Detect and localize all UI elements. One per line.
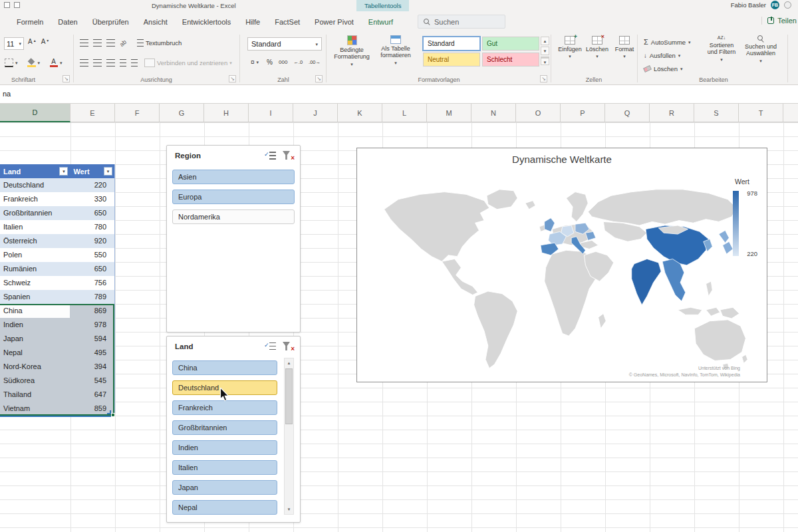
wrap-text-button[interactable]: Textumbruch	[135, 38, 184, 48]
decrease-decimal-button[interactable]: .00→	[309, 59, 321, 65]
ribbon-tab[interactable]: Hilfe	[238, 13, 267, 32]
font-dialog-launcher[interactable]: ↘	[63, 75, 70, 82]
cell-wert[interactable]: 650	[70, 262, 114, 276]
fill-color-button[interactable]: ▾	[25, 58, 43, 68]
slicer-item[interactable]: China	[172, 360, 277, 375]
cell-wert[interactable]: 550	[70, 248, 114, 262]
cell-style[interactable]: Neutral	[423, 53, 480, 66]
ribbon-tab[interactable]: Daten	[51, 13, 84, 32]
column-header[interactable]: M	[427, 104, 471, 122]
increase-indent-icon[interactable]	[131, 59, 138, 66]
cell-style[interactable]: Gut	[482, 37, 539, 51]
ribbon-tab[interactable]: FactSet	[267, 13, 307, 32]
search-box[interactable]: Suchen	[418, 15, 505, 29]
cell-land[interactable]: Rumänien	[0, 262, 70, 276]
delete-cells-button[interactable]: × Löschen ▾	[585, 36, 610, 59]
format-cells-button[interactable]: Format ▾	[612, 36, 637, 59]
cell-wert[interactable]: 978	[70, 318, 114, 332]
align-left-icon[interactable]	[80, 59, 88, 66]
column-header[interactable]: O	[516, 104, 561, 122]
gallery-more-icon[interactable]: ▼	[541, 57, 549, 65]
ribbon-tab[interactable]: Formeln	[9, 13, 51, 32]
cell-wert[interactable]: 545	[70, 374, 114, 388]
slicer-scrollbar[interactable]: ▲ ▼	[284, 358, 294, 515]
cell-wert[interactable]: 789	[70, 290, 114, 304]
align-middle-icon[interactable]	[93, 39, 102, 47]
quick-access-icon-1[interactable]	[4, 2, 10, 8]
gallery-scroll-down-icon[interactable]: ▼	[541, 47, 549, 55]
filter-dropdown-land[interactable]: ▼	[59, 167, 68, 176]
merge-center-button[interactable]: Verbinden und zentrieren ▾	[142, 57, 234, 68]
cell-land[interactable]: Großbritannien	[0, 206, 70, 220]
formula-bar[interactable]: na	[0, 85, 798, 104]
quick-access-icon-2[interactable]	[14, 2, 20, 8]
cell-land[interactable]: Japan	[0, 332, 70, 346]
cell-wert[interactable]: 647	[70, 388, 114, 402]
number-format-select[interactable]: Standard ▾	[247, 37, 322, 51]
column-header[interactable]: F	[115, 104, 160, 122]
multi-select-icon[interactable]: ✓	[264, 341, 277, 352]
alignment-dialog-launcher[interactable]: ↘	[229, 75, 236, 82]
decrease-font-button[interactable]: A ▼	[41, 38, 50, 45]
column-header[interactable]: T	[739, 104, 783, 122]
align-center-icon[interactable]	[93, 59, 102, 66]
ribbon-tab[interactable]: Entwurf	[361, 13, 400, 32]
increase-decimal-button[interactable]: ←.0	[293, 59, 303, 65]
ribbon-tab[interactable]: Entwicklertools	[175, 13, 238, 32]
multi-select-icon[interactable]: ✓	[264, 150, 277, 161]
slicer-item[interactable]: Indien	[172, 440, 277, 455]
insert-cells-button[interactable]: + Einfügen ▾	[557, 36, 583, 59]
ribbon-tab[interactable]: Power Pivot	[307, 13, 361, 32]
cell-wert[interactable]: 220	[70, 178, 114, 192]
slicer-item[interactable]: Italien	[172, 460, 277, 475]
cell-land[interactable]: Italien	[0, 220, 70, 234]
orientation-icon[interactable]: ab	[118, 38, 128, 47]
table-header-wert[interactable]: Wert ▼	[70, 164, 114, 178]
align-right-icon[interactable]	[106, 59, 115, 66]
slicer-item[interactable]: Nepal	[172, 500, 277, 515]
cell-wert[interactable]: 869	[70, 304, 114, 318]
cell-land[interactable]: Spanien	[0, 290, 70, 304]
ideas-button[interactable]: Ideen	[791, 39, 798, 55]
column-header[interactable]: J	[293, 104, 338, 122]
column-header[interactable]: D	[0, 104, 70, 122]
column-header[interactable]: Q	[605, 104, 650, 122]
font-color-button[interactable]: A ▾	[47, 58, 65, 68]
cell-style[interactable]: Standard	[423, 37, 480, 51]
cell-land[interactable]: Südkorea	[0, 374, 70, 388]
share-button[interactable]: Teilen	[761, 17, 797, 25]
cell-land[interactable]: Schweiz	[0, 276, 70, 290]
scrollbar-thumb[interactable]	[285, 368, 293, 424]
clear-button[interactable]: Löschen ▾	[644, 63, 682, 74]
cell-land[interactable]: Nord-Korea	[0, 360, 70, 374]
column-header[interactable]: H	[204, 104, 249, 122]
column-header[interactable]: S	[694, 104, 739, 122]
avatar[interactable]: FB	[771, 1, 779, 9]
column-header[interactable]: N	[471, 104, 516, 122]
cell-land[interactable]: Nepal	[0, 346, 70, 360]
clear-filter-icon[interactable]: ×	[281, 341, 295, 352]
column-header[interactable]: I	[249, 104, 293, 122]
scroll-down-icon[interactable]: ▼	[285, 505, 293, 514]
column-header[interactable]: P	[561, 104, 605, 122]
cell-wert[interactable]: 920	[70, 234, 114, 248]
find-select-button[interactable]: Suchen und Auswählen ▾	[742, 35, 779, 63]
slicer-item[interactable]: Großbritannien	[172, 420, 277, 435]
scroll-up-icon[interactable]: ▲	[285, 358, 293, 368]
slicer-item[interactable]: Asien	[172, 170, 295, 184]
cell-wert[interactable]: 650	[70, 206, 114, 220]
column-header[interactable]: K	[338, 104, 382, 122]
cell-wert[interactable]: 594	[70, 332, 114, 346]
cell-land[interactable]: Frankreich	[0, 192, 70, 206]
comma-style-button[interactable]: 000	[279, 59, 287, 65]
autosum-button[interactable]: Σ AutoSumme ▾	[644, 36, 691, 48]
column-header[interactable]: R	[650, 104, 694, 122]
number-dialog-launcher[interactable]: ↘	[315, 75, 323, 82]
fill-button[interactable]: ↓ Ausfüllen ▾	[644, 49, 680, 61]
column-header[interactable]: G	[160, 104, 204, 122]
cell-wert[interactable]: 756	[70, 276, 114, 290]
borders-button[interactable]: ▾	[3, 57, 20, 68]
decrease-indent-icon[interactable]	[120, 59, 126, 66]
slicer-item[interactable]: Nordamerika	[172, 209, 295, 224]
ribbon-tab[interactable]: Überprüfen	[85, 13, 136, 32]
